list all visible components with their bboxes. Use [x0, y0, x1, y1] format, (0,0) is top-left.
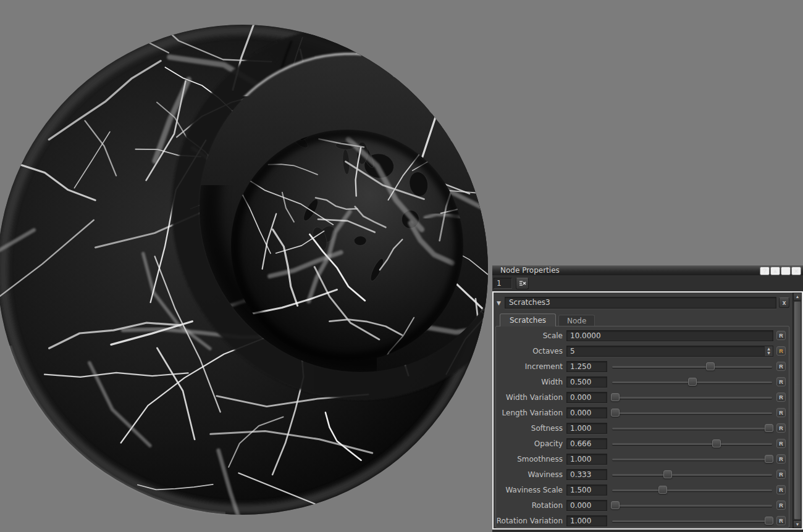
param-slider[interactable] [611, 377, 773, 387]
reset-button[interactable]: R [776, 408, 786, 417]
reset-button[interactable]: R [776, 377, 786, 386]
param-value-field[interactable]: 0.000 [566, 392, 607, 403]
param-value-field[interactable]: 1.250 [566, 361, 607, 372]
param-label: Length Variation [496, 409, 566, 417]
param-value-field[interactable]: 5▲▼ [566, 346, 773, 357]
slider-track[interactable] [612, 366, 772, 368]
param-value-field[interactable]: 1.000 [566, 454, 607, 465]
param-row: Width Variation0.000R [496, 389, 786, 405]
param-row: Waviness0.333R [496, 467, 786, 482]
param-row: Width0.500R [496, 374, 786, 389]
node-name-field[interactable]: Scratches3 [505, 297, 776, 309]
spinner-arrows-icon[interactable]: ▲▼ [764, 346, 773, 356]
reset-button[interactable]: R [776, 470, 786, 479]
param-value-field[interactable]: 0.500 [566, 376, 607, 388]
slider-track[interactable] [612, 474, 772, 476]
param-value-field[interactable]: 1.500 [566, 484, 607, 496]
slider-handle[interactable] [765, 424, 773, 432]
slider-handle[interactable] [611, 409, 620, 417]
slider-track[interactable] [612, 443, 772, 445]
scrollbar[interactable]: ▲ ▼ [792, 293, 802, 528]
scroll-down-icon[interactable]: ▼ [793, 520, 802, 528]
node-properties-panel: Node Properties ? ▲ × 1 ▼ Scra [492, 265, 803, 532]
param-slider[interactable] [611, 362, 773, 372]
slider-track[interactable] [612, 459, 772, 460]
help-icon[interactable]: ? [760, 267, 770, 275]
scrollbar-thumb[interactable] [794, 301, 801, 520]
param-value-field[interactable]: 1.000 [566, 423, 607, 434]
shade-icon[interactable]: ▲ [770, 267, 780, 275]
param-row: Smoothness1.000R [496, 451, 786, 467]
slider-track[interactable] [612, 397, 772, 399]
properties-content: ▼ Scratches3 x ScratchesNode Scale10.000… [492, 291, 803, 530]
node-close-button[interactable]: x [779, 297, 789, 308]
param-slider[interactable] [611, 408, 773, 418]
param-slider[interactable] [611, 454, 773, 464]
slider-handle[interactable] [688, 378, 697, 386]
reset-button[interactable]: R [776, 439, 786, 448]
param-label: Smoothness [496, 455, 566, 463]
param-value-field[interactable]: 0.000 [566, 500, 607, 511]
reset-button[interactable]: R [776, 516, 786, 525]
reset-button[interactable]: R [776, 393, 786, 402]
param-slider[interactable] [611, 516, 773, 526]
reset-button[interactable]: R [776, 423, 786, 433]
reset-button[interactable]: R [776, 362, 786, 371]
param-row: Softness1.000R [496, 420, 786, 436]
panel-titlebar[interactable]: Node Properties ? ▲ × [492, 265, 803, 275]
param-slider[interactable] [611, 485, 773, 495]
param-value-field[interactable]: 10.0000 [566, 330, 773, 341]
param-label: Rotation [496, 501, 566, 510]
clear-panels-icon [519, 280, 526, 286]
param-label: Opacity [496, 439, 566, 448]
panel-title: Node Properties [500, 266, 560, 275]
scroll-up-icon[interactable]: ▲ [793, 293, 802, 301]
node-header: ▼ Scratches3 x [495, 296, 789, 309]
param-slider[interactable] [611, 393, 773, 402]
param-value-field[interactable]: 1.000 [566, 515, 607, 526]
slider-track[interactable] [612, 505, 772, 507]
slider-handle[interactable] [658, 486, 667, 494]
param-slider[interactable] [611, 423, 773, 433]
slider-handle[interactable] [765, 517, 773, 525]
reset-button[interactable]: R [776, 331, 786, 340]
reset-button[interactable]: R [776, 346, 786, 355]
slider-handle[interactable] [712, 439, 721, 447]
param-row: Increment1.250R [496, 359, 786, 374]
param-label: Width Variation [496, 393, 566, 402]
param-row: Waviness Scale1.500R [496, 482, 786, 497]
param-label: Width [496, 378, 566, 386]
reset-button[interactable]: R [776, 501, 786, 510]
param-row: Opacity0.666R [496, 436, 786, 451]
slider-handle[interactable] [611, 393, 620, 401]
param-slider[interactable] [611, 439, 773, 449]
slider-track[interactable] [612, 489, 772, 491]
param-value-field[interactable]: 0.333 [566, 469, 607, 480]
slider-handle[interactable] [706, 362, 715, 370]
param-slider[interactable] [611, 470, 773, 480]
reset-button[interactable]: R [776, 454, 786, 463]
param-label: Rotation Variation [496, 517, 566, 525]
param-label: Scale [496, 331, 566, 340]
close-icon[interactable]: × [791, 267, 801, 275]
param-value-field[interactable]: 0.666 [566, 438, 607, 449]
slider-handle[interactable] [663, 470, 672, 478]
clear-panels-button[interactable] [516, 278, 529, 289]
param-row: Rotation0.000R [496, 497, 786, 513]
parameters-page: Scale10.0000ROctaves5▲▼RIncrement1.250RW… [495, 326, 789, 528]
reset-button[interactable]: R [776, 485, 786, 494]
slider-track[interactable] [612, 428, 772, 430]
collapse-arrow-icon[interactable]: ▼ [495, 300, 502, 306]
slider-track[interactable] [612, 520, 772, 522]
tab-scratches[interactable]: Scratches [500, 314, 556, 326]
param-label: Softness [496, 424, 566, 433]
slider-handle[interactable] [611, 501, 620, 509]
float-icon[interactable] [781, 267, 791, 275]
slider-track[interactable] [612, 412, 772, 414]
slider-handle[interactable] [765, 455, 773, 463]
tab-node[interactable]: Node [558, 315, 595, 326]
param-slider[interactable] [611, 501, 773, 510]
param-row: Length Variation0.000R [496, 405, 786, 420]
param-value-field[interactable]: 0.000 [566, 407, 607, 418]
max-panels-input[interactable]: 1 [494, 278, 512, 289]
